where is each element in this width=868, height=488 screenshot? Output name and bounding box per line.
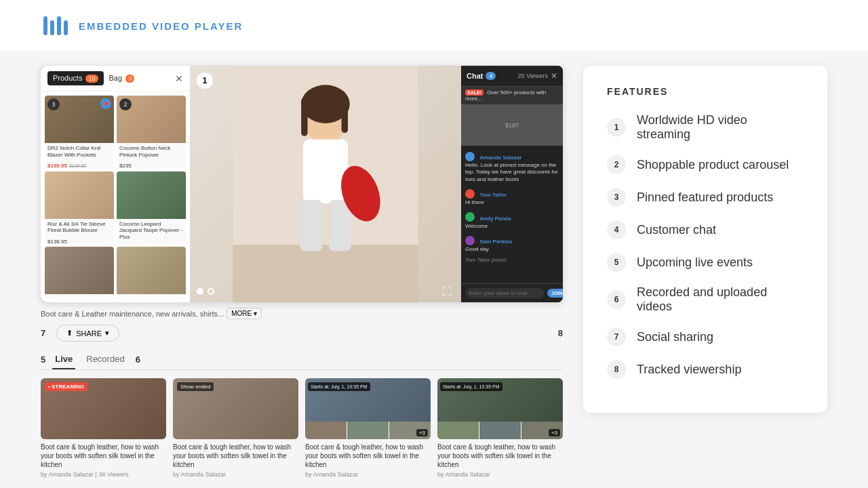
feature-number: 3 — [607, 188, 626, 207]
message-username: Tom Tailor — [479, 192, 507, 198]
chat-badge-count: 4 — [486, 72, 496, 80]
svg-rect-13 — [342, 98, 348, 133]
video-tabs: 5 Live Recorded 6 — [41, 350, 563, 370]
product-price: $139.95 — [47, 163, 67, 168]
avatar — [465, 212, 475, 222]
chat-message: Andy Panda Welcome — [465, 211, 559, 230]
features-title: FEATURES — [607, 86, 804, 97]
tab-bag[interactable]: Bag 3 — [104, 71, 140, 85]
video-author: by Amanda Salazar — [437, 471, 563, 478]
fullscreen-icon[interactable]: ⛶ — [442, 286, 452, 297]
features-panel: FEATURES 1 Worldwide HD video streaming … — [583, 66, 827, 413]
svg-rect-1 — [50, 20, 54, 35]
feature-item-4: 4 Customer chat — [607, 220, 804, 239]
join-chat-button[interactable]: JOIN CHAT — [547, 289, 563, 298]
message-text: Welcome — [465, 223, 559, 230]
starts-badge: Starts at: July, 1, 10:35 PM — [440, 382, 502, 391]
overlay-img — [347, 422, 389, 439]
overlay-img — [479, 422, 521, 439]
product-image — [45, 247, 114, 294]
chat-product-thumbnail: $187 — [461, 105, 563, 146]
thumbnail-image: Starts at: July, 1, 10:35 PM +3 — [305, 378, 431, 439]
message-text: Good day — [465, 246, 559, 253]
svg-rect-0 — [43, 16, 47, 35]
model-image — [190, 66, 461, 302]
svg-rect-3 — [64, 20, 68, 35]
products-close-button[interactable]: ✕ — [175, 73, 183, 84]
thumbnail-image: Starts at: July, 1, 10:35 PM +3 — [437, 378, 563, 439]
tab-number-left: 5 — [41, 354, 45, 365]
chat-message: Amanda Salazar Hello. Look at pinned mes… — [465, 150, 559, 183]
chat-close-button[interactable]: ✕ — [551, 71, 557, 81]
chat-message: Tom Tailor joined — [465, 257, 559, 263]
video-progress-dot[interactable] — [197, 288, 203, 295]
video-title: Boot care & tough leather, how to wash y… — [41, 443, 166, 469]
share-button[interactable]: ⬆ SHARE ▾ — [56, 325, 119, 342]
tab-recorded[interactable]: Recorded — [83, 350, 127, 369]
feature-item-8: 8 Tracked viewership — [607, 360, 804, 379]
thumbnail-image: • STREAMING — [41, 378, 166, 439]
feature-number: 8 — [607, 360, 626, 379]
overlay-img — [437, 422, 479, 439]
main-content: Products 10 Bag 3 ✕ 3 📌 — [0, 52, 868, 488]
header: EMBEDDED VIDEO PLAYER — [0, 0, 868, 52]
chevron-down-icon: ▾ — [105, 329, 109, 338]
player-actions: 7 ⬆ SHARE ▾ 8 — [41, 325, 563, 342]
overlay-count-badge: +3 — [416, 429, 428, 436]
feature-item-1: 1 Worldwide HD video streaming — [607, 113, 804, 142]
feature-label: Shoppable product carousel — [637, 158, 789, 172]
chat-message: Tom Tailor Hi there — [465, 187, 559, 206]
product-price: $235 — [119, 163, 132, 168]
logo-icon — [41, 11, 71, 41]
tab-count-right: 6 — [136, 354, 140, 365]
video-grid: • STREAMING Boot care & tough leather, h… — [41, 378, 563, 478]
product-info — [117, 294, 186, 298]
feature-number: 1 — [607, 118, 626, 137]
list-item[interactable]: Roz & Ali 3/4 Tie Sleeve Floral Bubble B… — [45, 171, 114, 245]
video-progress-dot[interactable] — [208, 288, 214, 295]
feature-number: 7 — [607, 327, 626, 346]
svg-rect-2 — [57, 16, 61, 35]
product-tags: Boot care & Leather maintenance, new arr… — [41, 308, 563, 319]
product-number: 3 — [47, 98, 60, 110]
video-number: 1 — [197, 73, 213, 89]
feature-label: Worldwide HD video streaming — [637, 113, 804, 142]
feature-number: 6 — [607, 290, 626, 309]
video-controls: ⛶ — [190, 286, 461, 297]
list-item[interactable]: Starts at: July, 1, 10:35 PM +3 Boot car… — [305, 378, 431, 478]
action-count-left: 7 — [41, 328, 45, 338]
more-button[interactable]: MORE ▾ — [226, 308, 262, 319]
feature-label: Customer chat — [637, 223, 716, 237]
feature-number: 4 — [607, 220, 626, 239]
list-item[interactable]: 2 Cocomo Button Neck Pintuck Popover $23… — [117, 96, 186, 169]
player-footer: Boot care & Leather maintenance, new arr… — [41, 308, 563, 478]
list-item[interactable]: Show ended Boot care & tough leather, ho… — [173, 378, 298, 478]
svg-rect-12 — [301, 98, 307, 136]
video-author: by Amanda Salazar — [305, 471, 431, 478]
chat-viewers: 25 Viewers — [518, 73, 548, 79]
feature-item-5: 5 Upcoming live events — [607, 253, 804, 272]
product-image: 3 📌 — [45, 96, 114, 143]
player-area: Products 10 Bag 3 ✕ 3 📌 — [41, 66, 563, 478]
list-item[interactable] — [45, 247, 114, 298]
tab-live[interactable]: Live — [52, 350, 75, 369]
product-tags-text: Boot care & Leather maintenance, new arr… — [41, 310, 224, 318]
list-item[interactable]: Starts at: July, 1, 10:35 PM +3 Boot car… — [437, 378, 563, 478]
chat-input[interactable] — [465, 288, 545, 298]
feature-label: Recorded and uploaded videos — [637, 285, 804, 314]
products-panel: Products 10 Bag 3 ✕ 3 📌 — [41, 66, 190, 302]
thumbnail-image: Show ended — [173, 378, 298, 439]
list-item[interactable]: 3 📌 DR2 Notch Collar Knit Blazer With Po… — [45, 96, 114, 169]
tab-products[interactable]: Products 10 — [47, 71, 104, 85]
product-orig-price: $138.95 — [69, 163, 86, 168]
chat-input-area: JOIN CHAT — [461, 283, 563, 302]
avatar — [465, 189, 475, 199]
list-item[interactable]: • STREAMING Boot care & tough leather, h… — [41, 378, 166, 478]
list-item[interactable] — [117, 247, 186, 298]
products-tabs: Products 10 Bag 3 ✕ — [41, 66, 190, 92]
svg-rect-7 — [303, 139, 348, 203]
list-item[interactable]: Cocomo Leopard Jacquard Taupe Popover - … — [117, 171, 186, 245]
products-count-badge: 10 — [85, 75, 98, 83]
product-image — [117, 171, 186, 219]
overlay-images — [305, 422, 431, 439]
